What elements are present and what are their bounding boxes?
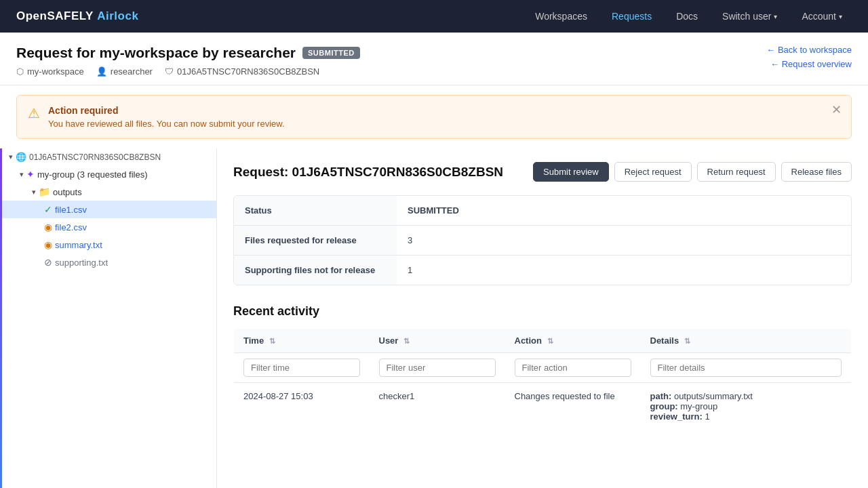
detail-path: path: outputs/summary.txt bbox=[650, 391, 842, 401]
group-value: my-group bbox=[680, 401, 717, 411]
tree-item-supporting[interactable]: ⊘ supporting.txt bbox=[2, 253, 216, 271]
account-chevron-icon: ▾ bbox=[839, 13, 842, 20]
tree-toggle-root[interactable]: ▾ bbox=[9, 152, 13, 161]
activity-action-0: Changes requested to file bbox=[505, 383, 641, 430]
filter-action-input[interactable] bbox=[515, 359, 631, 377]
navbar: Open SAFELY Airlock Workspaces Requests … bbox=[0, 0, 868, 33]
col-time[interactable]: Time ⇅ bbox=[234, 329, 370, 353]
alert-title: Action required bbox=[48, 105, 285, 116]
alert-content: Action required You have reviewed all fi… bbox=[48, 105, 285, 129]
request-header: Request: 01J6A5TNSC70RN836S0CB8ZBSN Subm… bbox=[233, 162, 852, 182]
info-value-supporting: 1 bbox=[397, 256, 423, 285]
info-value-status: SUBMITTED bbox=[397, 196, 470, 225]
request-id-value: 01J6A5TNSC70RN836S0CB8ZBSN bbox=[177, 66, 319, 77]
tree-label-outputs: outputs bbox=[53, 187, 82, 197]
tree-item-summary[interactable]: ◉ summary.txt bbox=[2, 236, 216, 253]
tree-item-file2[interactable]: ◉ file2.csv bbox=[2, 218, 216, 236]
activity-details-0: path: outputs/summary.txt group: my-grou… bbox=[641, 383, 852, 430]
filter-details-input[interactable] bbox=[650, 359, 842, 377]
detail-review-turn: review_turn: 1 bbox=[650, 411, 842, 422]
tree-toggle-outputs[interactable]: ▾ bbox=[32, 188, 36, 197]
filter-time-input[interactable] bbox=[243, 359, 360, 377]
filter-time-cell bbox=[234, 353, 370, 383]
page-meta: ⬡ my-workspace 👤 researcher 🛡 01J6A5TNSC… bbox=[16, 66, 360, 77]
page-actions: ← Back to workspace ← Request overview bbox=[766, 45, 852, 69]
group-label: group: bbox=[650, 401, 678, 411]
sort-details-icon: ⇅ bbox=[684, 337, 690, 345]
account-label: Account bbox=[802, 11, 836, 22]
tree-item-group[interactable]: ▾ ✦ my-group (3 requested files) bbox=[2, 165, 216, 183]
tree-toggle-group[interactable]: ▾ bbox=[20, 170, 24, 179]
info-value-files: 3 bbox=[397, 226, 423, 255]
workspace-name: my-workspace bbox=[27, 66, 84, 77]
info-row-status: Status SUBMITTED bbox=[234, 196, 851, 226]
info-row-supporting: Supporting files not for release 1 bbox=[234, 256, 851, 285]
request-overview-link[interactable]: ← Request overview bbox=[770, 59, 852, 69]
request-id-icon: 🛡 bbox=[165, 66, 174, 77]
col-user[interactable]: User ⇅ bbox=[370, 329, 505, 353]
sidebar: ▾ 🌐 01J6A5TNSC70RN836S0CB8ZBSN ▾ ✦ my-gr… bbox=[0, 148, 217, 488]
tree-label-file1: file1.csv bbox=[55, 205, 87, 215]
alert-body: You have reviewed all files. You can now… bbox=[48, 119, 285, 129]
sort-user-icon: ⇅ bbox=[403, 337, 410, 345]
sort-action-icon: ⇅ bbox=[547, 337, 553, 345]
tree-label-root: 01J6A5TNSC70RN836S0CB8ZBSN bbox=[29, 152, 161, 162]
file-review-icon-2: ◉ bbox=[44, 222, 52, 232]
path-value: outputs/summary.txt bbox=[674, 391, 753, 401]
filter-row bbox=[234, 353, 852, 383]
brand: Open SAFELY Airlock bbox=[16, 9, 138, 23]
return-request-button[interactable]: Return request bbox=[697, 162, 776, 182]
sort-time-icon: ⇅ bbox=[269, 337, 275, 345]
filter-user-input[interactable] bbox=[379, 359, 496, 377]
alert-close-button[interactable]: ✕ bbox=[831, 104, 842, 116]
back-to-workspace-link[interactable]: ← Back to workspace bbox=[766, 45, 852, 55]
tree-label-summary: summary.txt bbox=[55, 240, 102, 250]
meta-workspace: ⬡ my-workspace bbox=[16, 66, 84, 77]
request-title: Request: 01J6A5TNSC70RN836S0CB8ZBSN bbox=[233, 165, 503, 180]
tree-item-file1[interactable]: ✓ file1.csv bbox=[2, 201, 216, 218]
switch-user-label: Switch user bbox=[722, 11, 771, 22]
reject-request-button[interactable]: Reject request bbox=[614, 162, 692, 182]
col-details[interactable]: Details ⇅ bbox=[641, 329, 852, 353]
nav-requests[interactable]: Requests bbox=[602, 5, 661, 27]
recent-activity-title: Recent activity bbox=[233, 304, 852, 319]
brand-safely: SAFELY bbox=[47, 9, 94, 23]
tree-item-outputs[interactable]: ▾ 📁 outputs bbox=[2, 183, 216, 201]
filter-details-cell bbox=[641, 353, 852, 383]
tree-label-group: my-group (3 requested files) bbox=[37, 169, 148, 180]
page-title-section: Request for my-workspace by researcher S… bbox=[16, 45, 360, 77]
page-header: Request for my-workspace by researcher S… bbox=[0, 33, 868, 85]
info-label-files: Files requested for release bbox=[234, 226, 397, 255]
filter-action-cell bbox=[505, 353, 641, 383]
file-support-icon: ⊘ bbox=[44, 257, 52, 268]
activity-row-0: 2024-08-27 15:03 checker1 Changes reques… bbox=[234, 383, 852, 430]
title-prefix: Request for my-workspace by researcher bbox=[16, 45, 296, 61]
tree-item-root[interactable]: ▾ 🌐 01J6A5TNSC70RN836S0CB8ZBSN bbox=[2, 148, 216, 165]
detail-group: group: my-group bbox=[650, 401, 842, 411]
globe-icon: 🌐 bbox=[16, 152, 26, 162]
col-action[interactable]: Action ⇅ bbox=[505, 329, 641, 353]
nav-docs[interactable]: Docs bbox=[667, 5, 707, 27]
switch-user-dropdown[interactable]: Switch user ▾ bbox=[713, 5, 787, 27]
info-label-status: Status bbox=[234, 196, 397, 225]
review-turn-value: 1 bbox=[705, 411, 709, 422]
activity-user-0: checker1 bbox=[370, 383, 505, 430]
status-badge: SUBMITTED bbox=[302, 47, 360, 59]
account-dropdown[interactable]: Account ▾ bbox=[792, 5, 852, 27]
path-label: path: bbox=[650, 391, 672, 401]
file-review-icon-3: ◉ bbox=[44, 239, 52, 250]
tree-label-file2: file2.csv bbox=[55, 222, 87, 232]
alert-banner: ⚠ Action required You have reviewed all … bbox=[16, 95, 852, 139]
info-row-files: Files requested for release 3 bbox=[234, 226, 851, 256]
alert-warning-icon: ⚠ bbox=[28, 105, 40, 121]
submit-review-button[interactable]: Submit review bbox=[533, 162, 609, 182]
folder-icon: 📁 bbox=[39, 186, 50, 197]
filter-user-cell bbox=[370, 353, 505, 383]
release-files-button[interactable]: Release files bbox=[781, 162, 852, 182]
action-buttons: Submit review Reject request Return requ… bbox=[533, 162, 852, 182]
file-check-icon: ✓ bbox=[44, 204, 52, 215]
info-label-supporting: Supporting files not for release bbox=[234, 256, 397, 285]
nav-workspaces[interactable]: Workspaces bbox=[526, 5, 597, 27]
switch-user-chevron-icon: ▾ bbox=[774, 13, 777, 20]
user-icon: 👤 bbox=[96, 66, 107, 77]
